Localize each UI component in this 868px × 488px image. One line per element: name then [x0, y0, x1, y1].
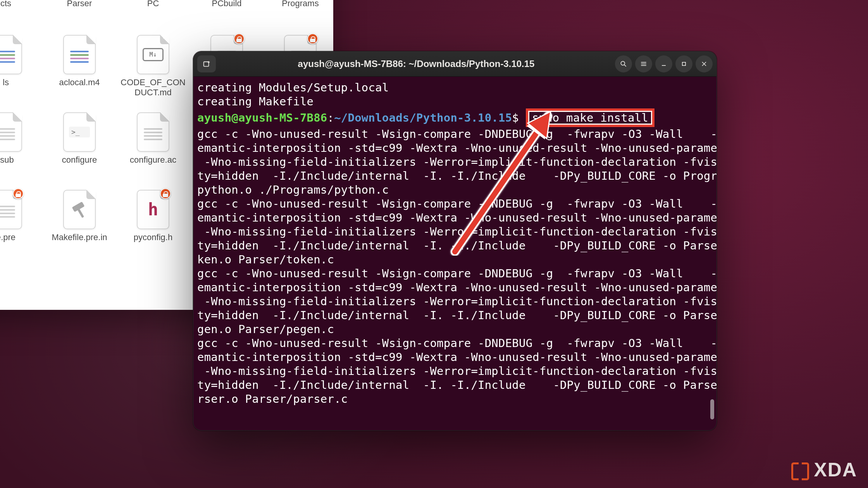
lock-badge-icon	[234, 33, 245, 44]
scrollbar-thumb[interactable]	[710, 399, 714, 419]
file-label: CODE_OF_CONDUCT.md	[120, 77, 186, 98]
close-button[interactable]	[696, 55, 713, 72]
terminal-window[interactable]: ayush@ayush-MS-7B86: ~/Downloads/Python-…	[193, 51, 717, 431]
file-icon	[63, 35, 96, 74]
new-tab-icon	[202, 60, 211, 68]
highlighted-command: sudo make install	[526, 108, 654, 127]
file-label: PCbuild	[212, 0, 241, 9]
terminal-line: emantic-interposition -std=c99 -Wextra -…	[197, 211, 716, 225]
terminal-line: creating Makefile	[197, 95, 716, 108]
file-icon	[0, 35, 22, 74]
file-label: configure.ac	[130, 155, 176, 165]
file-icon: >_	[63, 112, 96, 152]
hamburger-icon	[640, 60, 648, 68]
terminal-line: gen.o Parser/pegen.c	[197, 322, 716, 336]
terminal-titlebar[interactable]: ayush@ayush-MS-7B86: ~/Downloads/Python-…	[193, 52, 716, 77]
xda-logo-text: XDA	[814, 459, 857, 481]
file-item[interactable]: Programs	[264, 0, 333, 27]
file-item[interactable]: M↓CODE_OF_CONDUCT.md	[116, 35, 190, 105]
file-item[interactable]: >_configure	[43, 112, 116, 182]
file-label: .sub	[0, 155, 14, 165]
terminal-body[interactable]: creating Modules/Setup.localcreating Mak…	[193, 77, 716, 430]
terminal-line: -Wno-missing-field-initializers -Werror=…	[197, 225, 716, 239]
file-label: PC	[147, 0, 159, 9]
file-icon: h	[137, 190, 169, 229]
new-tab-button[interactable]	[197, 55, 216, 72]
terminal-line: ty=hidden -I./Include/internal -I. -I./I…	[197, 308, 716, 322]
file-icon	[0, 112, 22, 152]
file-icon: M↓	[137, 35, 169, 74]
search-button[interactable]	[615, 55, 632, 72]
file-label: Programs	[282, 0, 319, 9]
maximize-icon	[680, 60, 688, 68]
file-label: ls	[3, 77, 9, 88]
terminal-line: ken.o Parser/token.c	[197, 253, 716, 266]
search-icon	[620, 60, 627, 68]
terminal-line: -Wno-missing-field-initializers -Werror=…	[197, 364, 716, 378]
file-item[interactable]: e.pre	[0, 190, 43, 259]
file-item[interactable]: aclocal.m4	[43, 35, 116, 105]
file-item[interactable]: PC	[116, 0, 190, 27]
file-item[interactable]: Parser	[43, 0, 116, 27]
terminal-line: -Wno-missing-field-initializers -Werror=…	[197, 155, 716, 169]
file-icon	[137, 112, 169, 152]
lock-badge-icon	[160, 188, 171, 199]
file-item[interactable]: cts	[0, 0, 43, 27]
lock-badge-icon	[13, 188, 24, 199]
file-label: cts	[0, 0, 11, 9]
file-item[interactable]: PCbuild	[190, 0, 264, 27]
file-item[interactable]: .sub	[0, 112, 43, 182]
terminal-line: ty=hidden -I./Include/internal -I. -I./I…	[197, 239, 716, 253]
file-label: configure	[62, 155, 97, 165]
xda-logo-icon	[791, 461, 809, 479]
menu-button[interactable]	[635, 55, 652, 72]
file-label: e.pre	[0, 232, 16, 242]
file-item[interactable]: Makefile.pre.in	[43, 190, 116, 259]
svg-point-1	[621, 61, 625, 65]
terminal-line: emantic-interposition -std=c99 -Wextra -…	[197, 280, 716, 294]
file-label: aclocal.m4	[59, 77, 100, 88]
file-item[interactable]: ls	[0, 35, 43, 105]
file-label: Makefile.pre.in	[52, 232, 107, 242]
file-label: Parser	[67, 0, 92, 9]
terminal-line: gcc -c -Wno-unused-result -Wsign-compare…	[197, 197, 716, 211]
terminal-line: gcc -c -Wno-unused-result -Wsign-compare…	[197, 336, 716, 350]
terminal-title: ayush@ayush-MS-7B86: ~/Downloads/Python-…	[220, 58, 612, 69]
terminal-line: -Wno-missing-field-initializers -Werror=…	[197, 294, 716, 308]
svg-rect-2	[682, 62, 685, 65]
close-icon	[700, 60, 708, 68]
terminal-line: python.o ./Programs/python.c	[197, 183, 716, 197]
file-item[interactable]: hpyconfig.h	[116, 190, 190, 259]
terminal-line: ty=hidden -I./Include/internal -I. -I./I…	[197, 169, 716, 183]
xda-watermark: XDA	[791, 459, 857, 481]
file-icon	[63, 190, 96, 229]
terminal-line: gcc -c -Wno-unused-result -Wsign-compare…	[197, 127, 716, 141]
terminal-line: ty=hidden -I./Include/internal -I. -I./I…	[197, 378, 716, 392]
maximize-button[interactable]	[675, 55, 692, 72]
terminal-line: creating Modules/Setup.local	[197, 81, 716, 95]
terminal-line: emantic-interposition -std=c99 -Wextra -…	[197, 350, 716, 364]
file-icon	[0, 190, 22, 229]
terminal-prompt-line: ayush@ayush-MS-7B86:~/Downloads/Python-3…	[197, 108, 716, 127]
file-item[interactable]: configure.ac	[116, 112, 190, 182]
terminal-line: rser.o Parser/parser.c	[197, 392, 716, 406]
terminal-line: gcc -c -Wno-unused-result -Wsign-compare…	[197, 266, 716, 280]
minimize-icon	[660, 60, 668, 68]
file-label: pyconfig.h	[134, 232, 172, 242]
terminal-line: emantic-interposition -std=c99 -Wextra -…	[197, 141, 716, 155]
lock-badge-icon	[307, 33, 318, 44]
minimize-button[interactable]	[655, 55, 672, 72]
